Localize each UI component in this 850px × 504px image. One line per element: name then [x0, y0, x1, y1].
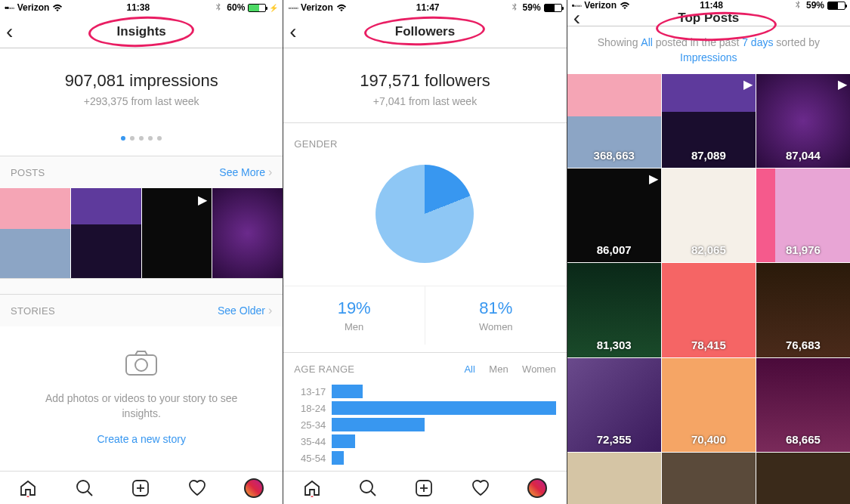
men-label: Men: [283, 321, 425, 332]
post-grid-cell[interactable]: ▶87,089: [662, 74, 756, 168]
age-bucket-label: 45-54: [294, 453, 332, 464]
status-bar: ◦◦◦◦◦ Verizon 11:47 59%: [283, 0, 566, 15]
post-grid-cell[interactable]: 78,415: [662, 263, 756, 357]
svg-rect-0: [126, 355, 156, 375]
posts-grid[interactable]: 368,663▶87,089▶87,044▶86,00782,06581,976…: [567, 74, 850, 504]
hero-main-text: 907,081 impressions: [8, 71, 275, 91]
nav-bar: ‹ Top Posts: [567, 11, 850, 26]
page-title: Top Posts: [678, 11, 739, 26]
clock-label: 11:48: [700, 0, 723, 11]
gender-pie-chart: [376, 165, 474, 263]
age-bar-row: 13-17: [294, 385, 555, 398]
page-title: Followers: [395, 24, 455, 39]
post-grid-cell[interactable]: [662, 453, 756, 504]
post-grid-cell[interactable]: 70,400: [662, 358, 756, 452]
bluetooth-icon: [509, 3, 520, 12]
post-grid-cell[interactable]: 82,065: [662, 169, 756, 262]
profile-avatar[interactable]: [244, 478, 264, 498]
activity-icon[interactable]: [471, 479, 490, 497]
age-bucket-label: 18-24: [294, 403, 332, 414]
post-grid-cell[interactable]: 81,303: [567, 263, 661, 357]
svg-point-3: [77, 481, 89, 493]
age-tabs: All Men Women: [453, 362, 555, 376]
battery-pct-label: 59%: [806, 0, 824, 11]
signal-dots-icon: ••◦◦◦: [5, 4, 14, 12]
battery-pct-label: 59%: [523, 2, 541, 13]
post-grid-cell[interactable]: 72,355: [567, 358, 661, 452]
see-older-link[interactable]: See Older: [218, 305, 265, 317]
battery-icon: [544, 4, 562, 12]
post-grid-cell[interactable]: 81,976: [756, 169, 850, 262]
camera-icon: [125, 349, 158, 376]
post-grid-cell[interactable]: 76,683: [756, 263, 850, 357]
gender-section: GENDER 19% Men 81% Women: [283, 122, 566, 352]
post-grid-cell[interactable]: [756, 453, 850, 504]
battery-pct-label: 60%: [227, 2, 245, 13]
hero-stat: 197,571 followers +7,041 from last week: [283, 48, 566, 122]
age-bar-row: 45-54: [294, 451, 555, 465]
impression-count: 81,303: [567, 339, 661, 351]
filter-mid2: sorted by: [773, 36, 819, 48]
wifi-icon: [336, 3, 347, 12]
gender-women-stat: 81% Women: [425, 286, 567, 345]
post-grid-cell[interactable]: 368,663: [567, 74, 661, 168]
age-bar: [332, 401, 555, 415]
video-badge-icon: ▶: [743, 77, 753, 91]
back-button[interactable]: ‹: [573, 8, 580, 29]
impression-count: 76,683: [756, 339, 850, 351]
women-percent: 81%: [425, 298, 567, 318]
post-grid-cell[interactable]: ▶87,044: [756, 74, 850, 168]
clock-label: 11:38: [126, 2, 150, 13]
age-tab-men[interactable]: Men: [489, 363, 508, 375]
filter-metric-link[interactable]: Impressions: [680, 51, 737, 63]
impression-count: 87,044: [756, 149, 850, 162]
video-badge-icon: ▶: [649, 172, 658, 186]
profile-avatar[interactable]: [527, 478, 547, 498]
wifi-icon: [52, 3, 63, 12]
post-grid-cell[interactable]: ▶86,007: [567, 169, 661, 262]
filter-all-link[interactable]: All: [641, 36, 653, 48]
filter-days-link[interactable]: 7 days: [742, 36, 773, 48]
video-badge-icon: ▶: [838, 77, 847, 91]
tab-bar: [283, 471, 566, 504]
carrier-label: Verizon: [301, 2, 333, 13]
chevron-right-icon: ›: [268, 304, 272, 317]
see-more-link[interactable]: See More: [219, 166, 265, 178]
tab-bar: [0, 471, 283, 504]
search-icon[interactable]: [359, 479, 377, 497]
add-post-icon[interactable]: [131, 479, 150, 497]
age-bar: [332, 451, 343, 465]
post-thumbnail[interactable]: ▶: [142, 188, 212, 278]
filter-description[interactable]: Showing All posted in the past 7 days so…: [567, 26, 850, 74]
age-tab-women[interactable]: Women: [522, 363, 556, 375]
activity-icon[interactable]: [188, 479, 206, 497]
svg-point-8: [311, 496, 313, 497]
add-post-icon[interactable]: [415, 479, 433, 497]
filter-mid1: posted in the past: [653, 36, 742, 48]
age-range-label: AGE RANGE: [294, 363, 354, 375]
create-story-link[interactable]: Create a new story: [30, 433, 252, 445]
posts-label: POSTS: [11, 167, 45, 178]
signal-dots-icon: ◦◦◦◦◦: [288, 4, 298, 12]
post-thumbnail[interactable]: [0, 188, 70, 278]
page-indicator[interactable]: [0, 122, 283, 156]
svg-line-4: [88, 491, 92, 496]
bluetooth-icon: [793, 1, 803, 10]
posts-strip[interactable]: ▶: [0, 188, 283, 279]
home-icon[interactable]: [303, 479, 321, 497]
post-grid-cell[interactable]: 68,665: [756, 358, 850, 452]
stories-empty-state: Add photos or videos to your story to se…: [0, 326, 283, 460]
search-icon[interactable]: [76, 479, 94, 497]
post-thumbnail[interactable]: [71, 188, 141, 278]
hero-stat[interactable]: 907,081 impressions +293,375 from last w…: [0, 48, 283, 122]
post-grid-cell[interactable]: [567, 453, 661, 504]
age-bar-row: 25-34: [294, 418, 555, 431]
status-bar: •◦◦◦◦ Verizon 11:48 59%: [567, 0, 850, 11]
post-thumbnail[interactable]: [212, 188, 283, 278]
chevron-right-icon: ›: [268, 165, 272, 178]
age-range-section: AGE RANGE All Men Women 13-1718-2425-343…: [283, 352, 566, 471]
home-icon[interactable]: [19, 479, 37, 497]
back-button[interactable]: ‹: [289, 21, 296, 42]
back-button[interactable]: ‹: [6, 21, 13, 42]
age-tab-all[interactable]: All: [464, 363, 474, 375]
